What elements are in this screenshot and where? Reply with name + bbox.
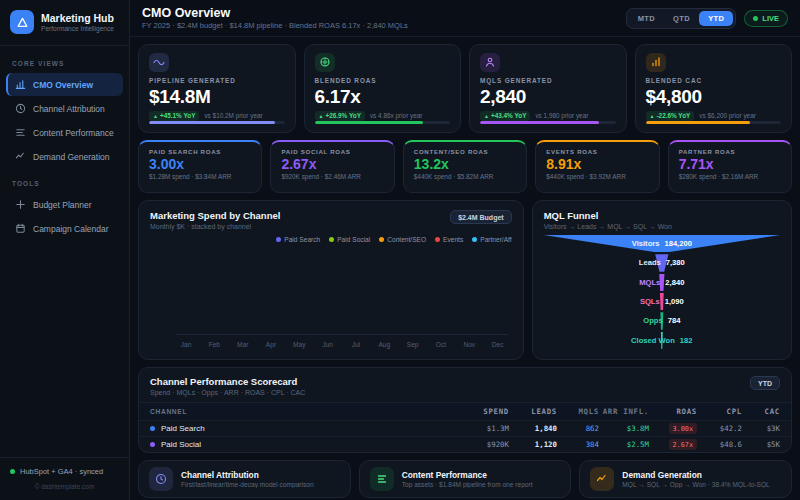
- kpi-label: PIPELINE GENERATED: [149, 77, 285, 84]
- sidebar-item-campaign-calendar[interactable]: Campaign Calendar: [6, 217, 123, 240]
- kpi-card-mqls: MQLS GENERATED 2,840 ▲+43.4% YoYvs 1,980…: [469, 44, 627, 133]
- funnel-subtitle: Visitors → Leads → MQL → SQL → Won: [544, 223, 672, 230]
- legend-dot: [435, 237, 440, 242]
- kpi-progress-fill: [646, 121, 750, 124]
- plus-icon: [15, 199, 26, 210]
- kpi-compare: vs 1,980 prior year: [535, 112, 588, 119]
- kpi-value: $14.8M: [149, 86, 285, 108]
- kpi-card-blended-cac: BLENDED CAC $4,800 ▲-22.6% YoYvs $6,200 …: [635, 44, 793, 133]
- sync-status-dot: [10, 469, 15, 474]
- trend-icon: [590, 467, 614, 491]
- arrow-up-icon: ▲: [484, 113, 489, 119]
- legend-item: Partner/Aff: [472, 236, 511, 243]
- kpi-label: BLENDED ROAS: [315, 77, 451, 84]
- quick-links-row: Channel Attribution First/last/linear/ti…: [138, 460, 792, 498]
- arrow-up-icon: ▲: [319, 113, 324, 119]
- link-card-demand-generation[interactable]: Demand Generation MQL → SQL → Opp → Won …: [579, 460, 792, 498]
- table-row-paid-social[interactable]: Paid Social $920K 1,120 384 $2.5M 2.67x …: [139, 436, 791, 452]
- kpi-delta-badge: ▲-22.6% YoY: [646, 111, 695, 121]
- nav-section-core-views: CORE VIEWS: [6, 54, 123, 72]
- legend-dot: [329, 237, 334, 242]
- sidebar-nav: CORE VIEWS CMO Overview Channel Attribut…: [0, 46, 129, 249]
- kpi-value: 6.17x: [315, 86, 451, 108]
- kpi-progress-track: [315, 121, 451, 124]
- funnel-stage-sqls: SQLs1,090: [544, 292, 780, 311]
- clock-icon: [15, 103, 26, 114]
- mql-funnel-card: MQL Funnel Visitors → Leads → MQL → SQL …: [532, 200, 792, 360]
- kpi-row: PIPELINE GENERATED $14.8M ▲+45.1% YoYvs …: [138, 44, 792, 133]
- brand: Marketing Hub Performance Intelligence: [0, 0, 129, 46]
- scorecard-title: Channel Performance Scorecard: [150, 376, 305, 387]
- scorecard-subtitle: Spend · MQLs · Opps · ARR · ROAS · CPL ·…: [150, 389, 305, 396]
- legend-item: Content/SEO: [379, 236, 426, 243]
- roas-card-partner: PARTNER ROAS 7.71x $280K spend · $2.16M …: [668, 140, 792, 193]
- sidebar-item-channel-attribution[interactable]: Channel Attribution: [6, 97, 123, 120]
- brand-logo-icon: [10, 10, 34, 34]
- kpi-delta-badge: ▲+43.4% YoY: [480, 111, 530, 121]
- kpi-card-blended-roas: BLENDED ROAS 6.17x ▲+26.9% YoYvs 4.86x p…: [304, 44, 462, 133]
- live-badge: LIVE: [744, 10, 788, 27]
- sidebar-item-budget-planner[interactable]: Budget Planner: [6, 193, 123, 216]
- legend-item: Events: [435, 236, 463, 243]
- link-card-content-performance[interactable]: Content Performance Top assets · $1.84M …: [359, 460, 572, 498]
- charts-row: Marketing Spend by Channel Monthly $K · …: [138, 200, 792, 360]
- main-area: CMO Overview FY 2025 · $2.4M budget · $1…: [130, 0, 800, 500]
- kpi-compare: vs $10.2M prior year: [204, 112, 262, 119]
- bar-chart-icon: [15, 79, 26, 90]
- kpi-label: MQLS GENERATED: [480, 77, 616, 84]
- channel-dot: [150, 426, 155, 431]
- kpi-progress-fill: [480, 121, 599, 124]
- sidebar-item-cmo-overview[interactable]: CMO Overview: [6, 73, 123, 96]
- roas-card-content-seo: CONTENT/SEO ROAS 13.2x $440K spend · $5.…: [403, 140, 527, 193]
- funnel-stage-mqls: MQLs2,840: [544, 273, 780, 292]
- spend-chart-title: Marketing Spend by Channel: [150, 210, 280, 221]
- spend-chart-plot: JanFebMarAprMayJunJulAugSepOctNovDec: [150, 245, 512, 350]
- live-dot-icon: [753, 16, 758, 21]
- calendar-icon: [15, 223, 26, 234]
- channel-dot: [150, 442, 155, 447]
- kpi-progress-fill: [315, 121, 423, 124]
- range-ytd-button[interactable]: YTD: [699, 11, 733, 26]
- link-card-channel-attribution[interactable]: Channel Attribution First/last/linear/ti…: [138, 460, 351, 498]
- range-qtd-button[interactable]: QTD: [664, 11, 699, 26]
- list-icon: [15, 127, 26, 138]
- page-title: CMO Overview: [142, 6, 408, 20]
- kpi-delta-badge: ▲+26.9% YoY: [315, 111, 365, 121]
- top-bar: CMO Overview FY 2025 · $2.4M budget · $1…: [130, 0, 800, 37]
- kpi-card-pipeline: PIPELINE GENERATED $14.8M ▲+45.1% YoYvs …: [138, 44, 296, 133]
- target-icon: [315, 53, 335, 72]
- spend-chart-card: Marketing Spend by Channel Monthly $K · …: [138, 200, 524, 360]
- spend-chart-subtitle: Monthly $K · stacked by channel: [150, 223, 280, 230]
- funnel-stage-leads: Leads7,380: [544, 253, 780, 272]
- wave-icon: [149, 53, 169, 72]
- clock-icon: [149, 467, 173, 491]
- funnel-stage-opps: Opps784: [544, 311, 780, 330]
- kpi-progress-track: [480, 121, 616, 124]
- funnel-title: MQL Funnel: [544, 210, 672, 221]
- funnel-stage-closed-won: Closed Won182: [544, 331, 780, 350]
- range-mtd-button[interactable]: MTD: [629, 11, 664, 26]
- roas-card-paid-social: PAID SOCIAL ROAS 2.67x $920K spend · $2.…: [270, 140, 394, 193]
- legend-dot: [472, 237, 477, 242]
- sidebar-item-content-performance[interactable]: Content Performance: [6, 121, 123, 144]
- roas-badge: 3.00x: [669, 423, 697, 434]
- budget-badge: $2.4M Budget: [450, 210, 512, 224]
- sidebar-item-demand-generation[interactable]: Demand Generation: [6, 145, 123, 168]
- table-row-paid-search[interactable]: Paid Search $1.3M 1,840 862 $3.8M 3.00x …: [139, 420, 791, 436]
- range-switcher: MTD QTD YTD: [626, 8, 737, 29]
- scorecard-card: Channel Performance Scorecard Spend · MQ…: [138, 367, 792, 453]
- kpi-label: BLENDED CAC: [646, 77, 782, 84]
- list-icon: [370, 467, 394, 491]
- funnel-stage-visitors: Visitors184,200: [544, 234, 780, 253]
- kpi-compare: vs 4.86x prior year: [370, 112, 423, 119]
- funnel-chart: Visitors184,200 Leads7,380 MQLs2,840: [544, 234, 780, 350]
- kpi-value: 2,840: [480, 86, 616, 108]
- copyright: © dashtemplate.com: [10, 476, 119, 496]
- app-window: Marketing Hub Performance Intelligence C…: [0, 0, 800, 500]
- bars-icon: [646, 53, 666, 72]
- spend-chart-legend: Paid Search Paid Social Content/SEO Even…: [150, 236, 512, 243]
- scorecard-ytd-badge: YTD: [750, 376, 780, 390]
- legend-item: Paid Search: [276, 236, 320, 243]
- legend-item: Paid Social: [329, 236, 370, 243]
- sync-status: HubSpot + GA4 · synced: [10, 467, 119, 476]
